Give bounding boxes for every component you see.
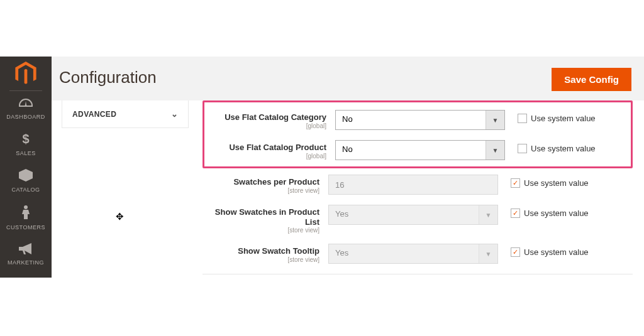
field-scope: [store view] [203,227,319,234]
use-system-label: Use system value [524,247,589,257]
swatch-tooltip-select: Yes ▼ [328,244,498,264]
use-system-value-swatch-tooltip[interactable]: ✓ Use system value [498,244,589,257]
sidebar-item-catalog[interactable]: CATALOG [0,164,52,200]
use-system-label: Use system value [524,178,589,188]
config-sections-nav: ADVANCED ⌄ [52,100,196,336]
checkbox-unchecked[interactable] [518,114,527,123]
sidebar-item-label: CUSTOMERS [6,224,45,230]
flat-product-select[interactable]: No ▼ [335,140,505,160]
checkbox-checked[interactable]: ✓ [511,247,520,257]
checkbox-unchecked[interactable] [518,144,527,153]
field-use-flat-catalog-product: Use Flat Catalog Product [global] No ▼ U… [209,140,626,160]
field-label: Show Swatches in Product List [203,207,319,227]
sidebar-item-dashboard[interactable]: DASHBOARD [0,94,52,127]
magento-logo-icon[interactable] [15,62,36,85]
flat-category-select[interactable]: No ▼ [335,110,505,130]
select-value: No [336,111,486,129]
field-show-swatches-in-product-list: Show Swatches in Product List [store vie… [203,205,633,234]
chevron-down-icon: ⌄ [171,109,178,119]
swatches-in-list-select: Yes ▼ [328,205,498,225]
field-label: Show Swatch Tooltip [203,246,319,256]
checkbox-checked[interactable]: ✓ [511,178,520,188]
caret-down-icon: ▼ [479,205,497,224]
sidebar-item-sales[interactable]: $ SALES [0,127,52,164]
sidebar-item-label: SALES [16,150,36,156]
caret-down-icon: ▼ [486,141,504,160]
highlighted-fields: Use Flat Catalog Category [global] No ▼ … [203,100,633,168]
sidebar-divider [9,90,42,91]
config-section-label: ADVANCED [72,110,116,119]
sidebar-item-marketing[interactable]: MARKETING [0,238,52,273]
box-icon [19,169,33,182]
dollar-icon: $ [1,133,50,145]
field-scope: [store view] [203,256,319,263]
field-show-swatch-tooltip: Show Swatch Tooltip [store view] Yes ▼ ✓… [203,244,633,264]
use-system-label: Use system value [524,209,589,218]
field-scope: [store view] [203,187,319,194]
use-system-label: Use system value [531,144,596,153]
admin-sidebar: DASHBOARD $ SALES CATALOG CUSTOMERS MARK… [0,57,52,278]
page-title: Configuration [59,68,157,87]
sidebar-item-customers[interactable]: CUSTOMERS [0,200,52,238]
use-system-value-swatches-per-product[interactable]: ✓ Use system value [498,175,589,188]
field-label: Use Flat Catalog Category [209,112,326,122]
field-label: Swatches per Product [203,177,319,187]
person-icon [21,205,30,219]
sidebar-item-label: MARKETING [8,259,44,266]
config-main: ADVANCED ⌄ Use Flat Catalog Category [gl… [52,100,644,336]
select-value: No [336,141,486,160]
sidebar-item-label: CATALOG [11,187,40,193]
use-system-value-flat-category[interactable]: Use system value [505,110,596,123]
field-scope: [global] [209,153,326,160]
field-scope: [global] [209,122,326,129]
field-swatches-per-product: Swatches per Product [store view] ✓ Use … [203,175,633,195]
field-label: Use Flat Catalog Product [209,143,326,153]
use-system-value-flat-product[interactable]: Use system value [505,140,596,153]
checkbox-checked[interactable]: ✓ [511,209,520,218]
page-header: Configuration Save Config [52,57,644,100]
select-value: Yes [329,205,479,224]
use-system-value-swatches-in-list[interactable]: ✓ Use system value [498,205,589,218]
config-section-advanced[interactable]: ADVANCED ⌄ [62,100,189,128]
caret-down-icon: ▼ [486,111,504,129]
swatches-per-product-input [328,175,498,195]
config-form: Use Flat Catalog Category [global] No ▼ … [196,100,644,336]
select-value: Yes [329,244,479,263]
megaphone-icon [19,243,33,254]
caret-down-icon: ▼ [479,244,497,263]
dashboard-icon [19,99,33,109]
field-use-flat-catalog-category: Use Flat Catalog Category [global] No ▼ … [209,110,626,130]
use-system-label: Use system value [531,114,596,123]
save-config-button[interactable]: Save Config [552,68,631,91]
section-divider [203,274,633,274]
sidebar-item-label: DASHBOARD [6,114,45,120]
